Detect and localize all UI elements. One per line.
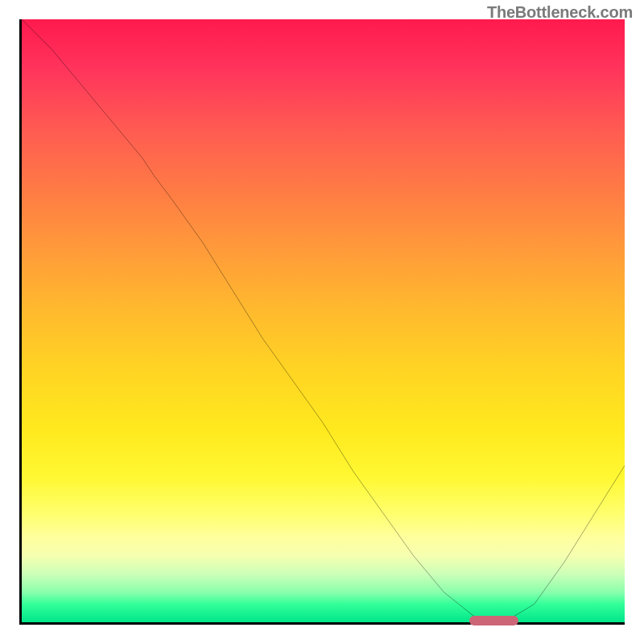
watermark-text: TheBottleneck.com: [487, 3, 633, 22]
chart-plot-area: [19, 19, 625, 625]
curve-layer: [22, 19, 625, 622]
bottleneck-curve: [22, 19, 625, 622]
optimal-range-marker: [469, 616, 518, 625]
